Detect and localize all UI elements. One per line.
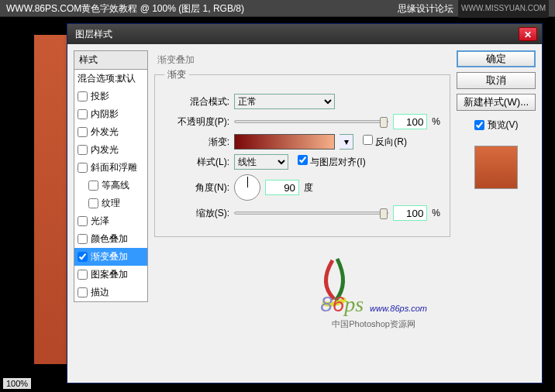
angle-input[interactable] (265, 180, 299, 195)
percent-label-2: % (432, 208, 440, 218)
scale-slider[interactable] (234, 211, 388, 215)
gradient-swatch[interactable] (234, 134, 335, 150)
styles-header[interactable]: 样式 (74, 50, 148, 70)
watermark-swirl-icon (311, 253, 357, 307)
style-checkbox[interactable] (88, 181, 98, 191)
style-label: 渐变叠加 (91, 250, 128, 263)
style-label: 光泽 (91, 215, 109, 228)
style-checkbox[interactable] (78, 252, 88, 262)
style-label: 内阴影 (91, 108, 119, 121)
style-item-外发光[interactable]: 外发光 (74, 123, 147, 141)
angle-dial[interactable] (234, 174, 260, 201)
style-checkbox[interactable] (78, 109, 88, 119)
style-item-描边[interactable]: 描边 (74, 284, 147, 301)
style-checkbox[interactable] (78, 145, 88, 155)
ok-button[interactable]: 确定 (457, 50, 536, 67)
style-item-纹理[interactable]: 纹理 (74, 194, 147, 212)
style-label: 颜色叠加 (91, 232, 128, 246)
angle-label: 角度(N): (164, 181, 229, 194)
style-label: 纹理 (102, 197, 120, 210)
reverse-checkbox[interactable]: 反向(R) (363, 135, 407, 149)
style-label: 等高线 (102, 179, 129, 192)
zoom-status: 100% (3, 378, 31, 389)
cancel-button[interactable]: 取消 (457, 72, 536, 89)
blend-mode-select[interactable]: 正常 (234, 94, 335, 109)
style-select[interactable]: 线性 (234, 154, 288, 170)
style-checkbox[interactable] (88, 198, 98, 208)
app-title-bar: WWW.86PS.COM黄色字效教程 @ 100% (图层 1, RGB/8) … (0, 0, 555, 17)
style-item-内发光[interactable]: 内发光 (74, 141, 147, 159)
percent-label: % (432, 116, 440, 127)
blend-defaults-item[interactable]: 混合选项:默认 (74, 70, 147, 88)
group-legend: 渐变 (164, 68, 189, 81)
style-checkbox[interactable] (78, 91, 88, 101)
opacity-label: 不透明度(P): (164, 115, 229, 129)
style-checkbox[interactable] (78, 127, 88, 137)
style-item-投影[interactable]: 投影 (74, 88, 147, 105)
degree-label: 度 (304, 181, 313, 194)
style-checkbox[interactable] (78, 234, 88, 244)
new-style-button[interactable]: 新建样式(W)... (457, 94, 536, 111)
forum-name: 思缘设计论坛 (398, 0, 453, 17)
dialog-title-bar[interactable]: 图层样式 ✕ (67, 24, 542, 44)
style-checkbox[interactable] (78, 163, 88, 173)
style-label: 投影 (91, 90, 109, 103)
dialog-title: 图层样式 (72, 28, 519, 41)
button-column: 确定 取消 新建样式(W)... 预览(V) (457, 50, 536, 377)
style-item-光泽[interactable]: 光泽 (74, 212, 147, 230)
style-label: 图案叠加 (91, 268, 128, 281)
scale-label: 缩放(S): (164, 207, 229, 220)
style-item-渐变叠加[interactable]: 渐变叠加 (74, 248, 147, 266)
preview-checkbox[interactable]: 预览(V) (457, 119, 536, 132)
style-item-内阴影[interactable]: 内阴影 (74, 105, 147, 123)
style-item-颜色叠加[interactable]: 颜色叠加 (74, 230, 147, 248)
styles-column: 样式 混合选项:默认 投影内阴影外发光内发光斜面和浮雕等高线纹理光泽颜色叠加渐变… (74, 50, 148, 377)
style-item-斜面和浮雕[interactable]: 斜面和浮雕 (74, 159, 147, 177)
scale-input[interactable] (393, 205, 427, 221)
style-label: 外发光 (91, 126, 119, 139)
style-label: 内发光 (91, 143, 119, 156)
gradient-label: 渐变: (164, 136, 229, 149)
style-label: 斜面和浮雕 (91, 161, 137, 174)
style-item-图案叠加[interactable]: 图案叠加 (74, 266, 147, 284)
style-label: 样式(L): (164, 156, 229, 169)
panel-title: 渐变叠加 (157, 53, 450, 67)
style-label: 描边 (91, 286, 109, 299)
gradient-dropdown-icon[interactable]: ▾ (340, 134, 353, 150)
styles-list: 混合选项:默认 投影内阴影外发光内发光斜面和浮雕等高线纹理光泽颜色叠加渐变叠加图… (74, 70, 148, 302)
canvas-preview (34, 35, 71, 364)
gradient-group: 渐变 混合模式: 正常 不透明度(P): % 渐变: ▾ 反向(R) (154, 68, 450, 237)
style-checkbox[interactable] (78, 287, 88, 297)
align-checkbox[interactable]: 与图层对齐(I) (298, 155, 366, 169)
opacity-input[interactable] (393, 114, 427, 129)
close-button[interactable]: ✕ (519, 27, 537, 41)
document-title: WWW.86PS.COM黄色字效教程 @ 100% (图层 1, RGB/8) (6, 0, 244, 16)
style-checkbox[interactable] (78, 270, 88, 280)
site-tag: WWW.MISSYUAN.COM (458, 0, 549, 18)
style-item-等高线[interactable]: 等高线 (74, 177, 147, 194)
layer-style-dialog: 图层样式 ✕ 样式 混合选项:默认 投影内阴影外发光内发光斜面和浮雕等高线纹理光… (67, 23, 543, 383)
settings-panel: 渐变叠加 渐变 混合模式: 正常 不透明度(P): % 渐变: ▾ (154, 50, 450, 377)
preview-swatch (474, 146, 518, 189)
blend-mode-label: 混合模式: (164, 95, 229, 108)
style-checkbox[interactable] (78, 216, 88, 226)
opacity-slider[interactable] (234, 120, 388, 123)
